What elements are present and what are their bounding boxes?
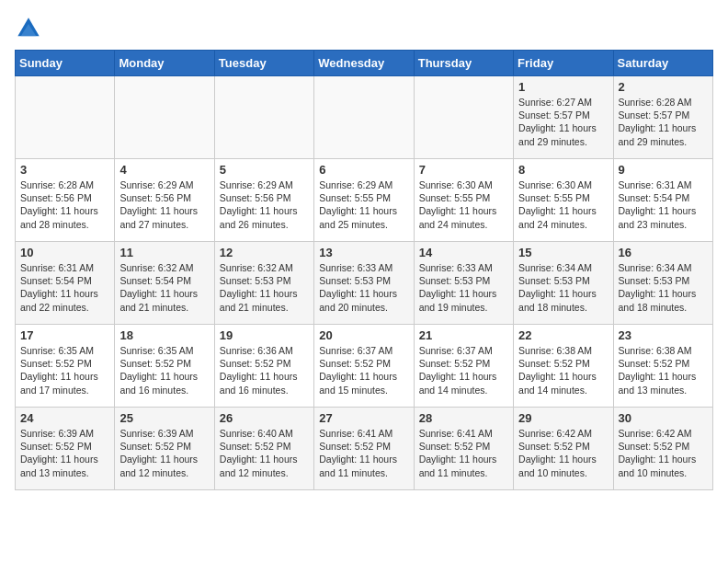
- day-cell: 27Sunrise: 6:41 AMSunset: 5:52 PMDayligh…: [314, 408, 414, 490]
- day-info: Sunrise: 6:28 AMSunset: 5:56 PMDaylight:…: [20, 178, 109, 231]
- day-info: Sunrise: 6:33 AMSunset: 5:53 PMDaylight:…: [419, 261, 508, 314]
- day-info: Sunrise: 6:33 AMSunset: 5:53 PMDaylight:…: [319, 261, 408, 314]
- day-info: Sunrise: 6:39 AMSunset: 5:52 PMDaylight:…: [119, 427, 209, 479]
- day-number: 5: [220, 163, 309, 177]
- week-row-3: 10Sunrise: 6:31 AMSunset: 5:54 PMDayligh…: [16, 242, 713, 325]
- day-cell: 30Sunrise: 6:42 AMSunset: 5:52 PMDayligh…: [613, 408, 712, 490]
- day-number: 24: [20, 411, 109, 425]
- day-cell: [414, 76, 513, 159]
- day-info: Sunrise: 6:42 AMSunset: 5:52 PMDaylight:…: [518, 427, 608, 479]
- day-cell: 3Sunrise: 6:28 AMSunset: 5:56 PMDaylight…: [16, 159, 115, 242]
- day-info: Sunrise: 6:29 AMSunset: 5:55 PMDaylight:…: [319, 178, 408, 231]
- weekday-header-monday: Monday: [115, 51, 214, 76]
- day-info: Sunrise: 6:38 AMSunset: 5:52 PMDaylight:…: [518, 344, 608, 396]
- day-info: Sunrise: 6:41 AMSunset: 5:52 PMDaylight:…: [319, 427, 408, 479]
- day-cell: 14Sunrise: 6:33 AMSunset: 5:53 PMDayligh…: [414, 242, 513, 325]
- day-number: 29: [518, 411, 608, 425]
- calendar: SundayMondayTuesdayWednesdayThursdayFrid…: [15, 50, 713, 490]
- day-info: Sunrise: 6:30 AMSunset: 5:55 PMDaylight:…: [518, 178, 608, 231]
- day-cell: 22Sunrise: 6:38 AMSunset: 5:52 PMDayligh…: [514, 325, 613, 408]
- day-cell: 12Sunrise: 6:32 AMSunset: 5:53 PMDayligh…: [214, 242, 313, 325]
- day-number: 7: [419, 163, 508, 177]
- day-cell: 23Sunrise: 6:38 AMSunset: 5:52 PMDayligh…: [613, 325, 712, 408]
- day-cell: 29Sunrise: 6:42 AMSunset: 5:52 PMDayligh…: [514, 408, 613, 490]
- logo-icon: [15, 15, 42, 42]
- week-row-1: 1Sunrise: 6:27 AMSunset: 5:57 PMDaylight…: [16, 76, 713, 159]
- day-cell: 17Sunrise: 6:35 AMSunset: 5:52 PMDayligh…: [16, 325, 115, 408]
- day-cell: [16, 76, 115, 159]
- day-number: 1: [518, 80, 608, 94]
- day-number: 13: [319, 246, 408, 259]
- day-cell: 10Sunrise: 6:31 AMSunset: 5:54 PMDayligh…: [16, 242, 115, 325]
- day-number: 30: [619, 411, 708, 425]
- day-cell: 9Sunrise: 6:31 AMSunset: 5:54 PMDaylight…: [613, 159, 712, 242]
- day-number: 12: [220, 246, 309, 259]
- day-number: 21: [419, 328, 508, 342]
- day-number: 14: [419, 246, 508, 259]
- day-number: 16: [619, 246, 708, 259]
- day-info: Sunrise: 6:34 AMSunset: 5:53 PMDaylight:…: [619, 261, 708, 314]
- day-cell: [115, 76, 214, 159]
- calendar-header: SundayMondayTuesdayWednesdayThursdayFrid…: [16, 51, 713, 76]
- day-cell: 21Sunrise: 6:37 AMSunset: 5:52 PMDayligh…: [414, 325, 513, 408]
- day-number: 20: [319, 328, 408, 342]
- day-info: Sunrise: 6:39 AMSunset: 5:52 PMDaylight:…: [20, 427, 109, 479]
- day-cell: 4Sunrise: 6:29 AMSunset: 5:56 PMDaylight…: [115, 159, 214, 242]
- day-info: Sunrise: 6:34 AMSunset: 5:53 PMDaylight:…: [518, 261, 608, 314]
- day-number: 15: [518, 246, 608, 259]
- week-row-2: 3Sunrise: 6:28 AMSunset: 5:56 PMDaylight…: [16, 159, 713, 242]
- day-number: 23: [619, 328, 708, 342]
- day-cell: [314, 76, 414, 159]
- day-number: 19: [220, 328, 309, 342]
- day-info: Sunrise: 6:32 AMSunset: 5:53 PMDaylight:…: [220, 261, 309, 314]
- week-row-4: 17Sunrise: 6:35 AMSunset: 5:52 PMDayligh…: [16, 325, 713, 408]
- day-cell: 20Sunrise: 6:37 AMSunset: 5:52 PMDayligh…: [314, 325, 414, 408]
- day-info: Sunrise: 6:38 AMSunset: 5:52 PMDaylight:…: [619, 344, 708, 396]
- day-info: Sunrise: 6:35 AMSunset: 5:52 PMDaylight:…: [20, 344, 109, 396]
- day-number: 18: [119, 328, 209, 342]
- day-cell: 18Sunrise: 6:35 AMSunset: 5:52 PMDayligh…: [115, 325, 214, 408]
- day-info: Sunrise: 6:41 AMSunset: 5:52 PMDaylight:…: [419, 427, 508, 479]
- logo: [15, 15, 46, 42]
- day-cell: 8Sunrise: 6:30 AMSunset: 5:55 PMDaylight…: [514, 159, 613, 242]
- day-cell: 26Sunrise: 6:40 AMSunset: 5:52 PMDayligh…: [214, 408, 313, 490]
- day-cell: 25Sunrise: 6:39 AMSunset: 5:52 PMDayligh…: [115, 408, 214, 490]
- day-cell: 6Sunrise: 6:29 AMSunset: 5:55 PMDaylight…: [314, 159, 414, 242]
- day-info: Sunrise: 6:35 AMSunset: 5:52 PMDaylight:…: [119, 344, 209, 396]
- weekday-header-wednesday: Wednesday: [314, 51, 414, 76]
- day-cell: 19Sunrise: 6:36 AMSunset: 5:52 PMDayligh…: [214, 325, 313, 408]
- day-info: Sunrise: 6:28 AMSunset: 5:57 PMDaylight:…: [619, 96, 708, 148]
- day-cell: 7Sunrise: 6:30 AMSunset: 5:55 PMDaylight…: [414, 159, 513, 242]
- day-number: 6: [319, 163, 408, 177]
- day-info: Sunrise: 6:32 AMSunset: 5:54 PMDaylight:…: [119, 261, 209, 314]
- day-cell: 5Sunrise: 6:29 AMSunset: 5:56 PMDaylight…: [214, 159, 313, 242]
- day-info: Sunrise: 6:37 AMSunset: 5:52 PMDaylight:…: [319, 344, 408, 396]
- calendar-body: 1Sunrise: 6:27 AMSunset: 5:57 PMDaylight…: [16, 76, 713, 490]
- day-number: 26: [220, 411, 309, 425]
- day-info: Sunrise: 6:29 AMSunset: 5:56 PMDaylight:…: [220, 178, 309, 231]
- day-number: 2: [619, 80, 708, 94]
- day-info: Sunrise: 6:36 AMSunset: 5:52 PMDaylight:…: [220, 344, 309, 396]
- day-cell: 11Sunrise: 6:32 AMSunset: 5:54 PMDayligh…: [115, 242, 214, 325]
- day-cell: 28Sunrise: 6:41 AMSunset: 5:52 PMDayligh…: [414, 408, 513, 490]
- page-header: [15, 15, 713, 42]
- day-info: Sunrise: 6:31 AMSunset: 5:54 PMDaylight:…: [20, 261, 109, 314]
- day-number: 28: [419, 411, 508, 425]
- day-cell: 1Sunrise: 6:27 AMSunset: 5:57 PMDaylight…: [514, 76, 613, 159]
- day-cell: 13Sunrise: 6:33 AMSunset: 5:53 PMDayligh…: [314, 242, 414, 325]
- weekday-header-friday: Friday: [514, 51, 613, 76]
- day-cell: 24Sunrise: 6:39 AMSunset: 5:52 PMDayligh…: [16, 408, 115, 490]
- day-info: Sunrise: 6:37 AMSunset: 5:52 PMDaylight:…: [419, 344, 508, 396]
- day-info: Sunrise: 6:40 AMSunset: 5:52 PMDaylight:…: [220, 427, 309, 479]
- day-cell: [214, 76, 313, 159]
- day-info: Sunrise: 6:27 AMSunset: 5:57 PMDaylight:…: [518, 96, 608, 148]
- day-number: 9: [619, 163, 708, 177]
- day-number: 3: [20, 163, 109, 177]
- day-info: Sunrise: 6:30 AMSunset: 5:55 PMDaylight:…: [419, 178, 508, 231]
- weekday-header-thursday: Thursday: [414, 51, 513, 76]
- day-cell: 15Sunrise: 6:34 AMSunset: 5:53 PMDayligh…: [514, 242, 613, 325]
- day-info: Sunrise: 6:42 AMSunset: 5:52 PMDaylight:…: [619, 427, 708, 479]
- day-number: 10: [20, 246, 109, 259]
- day-number: 27: [319, 411, 408, 425]
- day-number: 4: [119, 163, 209, 177]
